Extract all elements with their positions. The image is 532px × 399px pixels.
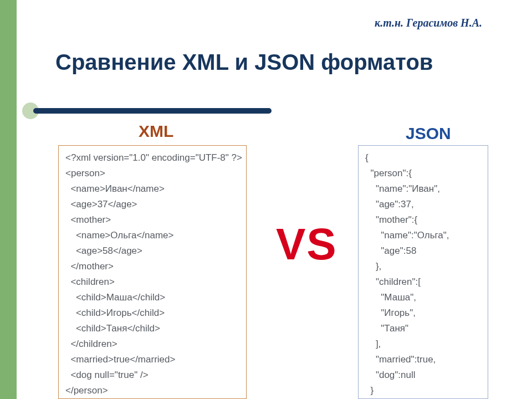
json-line: "Игорь", xyxy=(365,305,481,321)
xml-line: <age>58</age> xyxy=(65,243,239,259)
accent-rail xyxy=(0,0,17,399)
author-credit: к.т.н. Герасимов Н.А. xyxy=(375,17,482,29)
slide: к.т.н. Герасимов Н.А. Сравнение XML и JS… xyxy=(0,0,532,399)
json-line: "Таня" xyxy=(365,321,481,336)
accent-underline xyxy=(33,108,272,114)
json-line: "person":{ xyxy=(365,166,481,181)
json-line: "age":37, xyxy=(365,197,481,212)
xml-line: <mother> xyxy=(65,212,239,228)
xml-line: <child>Таня</child> xyxy=(65,321,239,336)
xml-line: <married>true</married> xyxy=(65,352,239,367)
xml-line: <child>Игорь</child> xyxy=(65,305,239,321)
xml-line: </mother> xyxy=(65,259,239,274)
json-code-panel: { "person":{ "name":"Иван", "age":37, "m… xyxy=(358,145,488,399)
xml-line: <name>Ольга</name> xyxy=(65,228,239,243)
json-line: "age":58 xyxy=(365,243,481,259)
json-line: } xyxy=(365,383,481,398)
vs-label: VS xyxy=(276,219,337,270)
xml-line: <age>37</age> xyxy=(65,197,239,212)
xml-line: <child>Маша</child> xyxy=(65,290,239,305)
slide-title: Сравнение XML и JSON форматов xyxy=(55,50,499,75)
json-line: "mother":{ xyxy=(365,212,481,228)
json-line: { xyxy=(365,150,481,166)
json-line: "children":[ xyxy=(365,274,481,290)
json-line: "dog":null xyxy=(365,367,481,383)
json-line: "Маша", xyxy=(365,290,481,305)
xml-code-panel: <?xml version="1.0" encoding="UTF-8" ?> … xyxy=(58,145,247,399)
json-line: }, xyxy=(365,259,481,274)
json-line: "name":"Иван", xyxy=(365,181,481,197)
xml-line: <?xml version="1.0" encoding="UTF-8" ?> xyxy=(65,150,239,166)
json-heading: JSON xyxy=(406,124,451,143)
json-line: "name":"Ольга", xyxy=(365,228,481,243)
xml-line: <name>Иван</name> xyxy=(65,181,239,197)
xml-line: </person> xyxy=(65,383,239,398)
xml-heading: XML xyxy=(139,122,173,141)
xml-line: <dog null="true" /> xyxy=(65,367,239,383)
json-line: ], xyxy=(365,336,481,352)
xml-line: </children> xyxy=(65,336,239,352)
json-line: "married":true, xyxy=(365,352,481,367)
xml-line: <person> xyxy=(65,166,239,181)
xml-line: <children> xyxy=(65,274,239,290)
